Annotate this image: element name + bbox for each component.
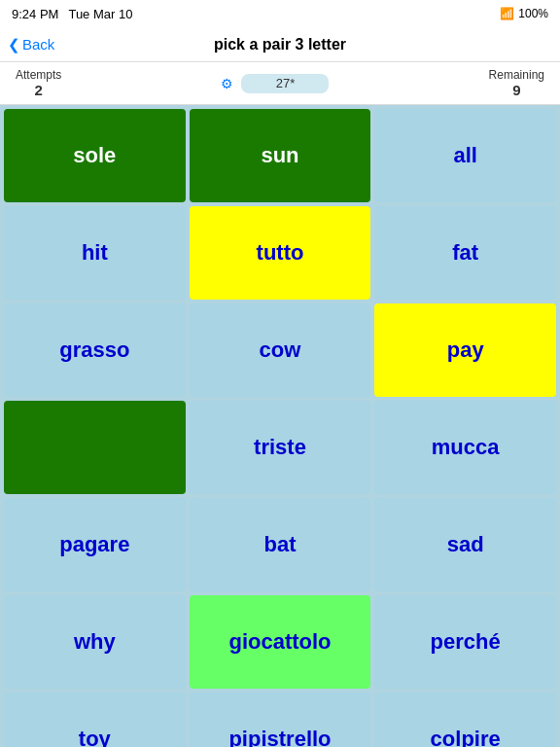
status-bar: 9:24 PM Tue Mar 10 📶 100% [0,0,560,27]
grid-cell-20[interactable]: colpire [374,693,556,747]
time: 9:24 PM [12,7,58,21]
status-bar-left: 9:24 PM Tue Mar 10 [12,7,132,21]
remaining-label: Remaining [489,68,544,82]
remaining-value: 9 [512,82,520,98]
status-bar-right: 📶 100% [500,7,548,20]
grid-cell-3[interactable]: hit [4,206,186,300]
grid-cell-13[interactable]: bat [190,498,371,591]
nav-bar: ❮ Back pick a pair 3 letter [0,27,560,62]
grid-cell-19[interactable]: pipistrello [190,693,371,747]
back-button[interactable]: ❮ Back [8,36,54,53]
grid-cell-16[interactable]: giocattolo [190,595,371,689]
progress-value: 27* [276,76,296,90]
grid-cell-1[interactable]: sun [190,109,371,202]
stats-center: ⚙ 27* [221,74,329,93]
progress-bar: 27* [241,74,329,93]
grid-cell-8[interactable]: pay [374,303,556,397]
attempts-section: Attempts 2 [16,68,61,98]
battery: 100% [518,7,548,20]
grid-cell-18[interactable]: toy [4,693,186,747]
grid-cell-14[interactable]: sad [374,498,556,591]
grid-cell-6[interactable]: grasso [4,303,186,397]
grid-cell-0[interactable]: sole [4,109,186,202]
attempts-value: 2 [35,82,43,98]
nav-bar-title: pick a pair 3 letter [214,36,346,53]
grid-cell-17[interactable]: perché [374,595,556,689]
grid-cell-9[interactable] [4,401,186,494]
chevron-left-icon: ❮ [8,36,20,53]
grid-cell-7[interactable]: cow [190,303,371,397]
grid-cell-12[interactable]: pagare [4,498,186,591]
wifi-icon: 📶 [500,7,514,20]
grid-cell-2[interactable]: all [374,109,556,202]
attempts-label: Attempts [16,68,61,82]
word-grid: solesunallhittuttofatgrassocowpaytristem… [0,105,560,747]
remaining-section: Remaining 9 [489,68,544,98]
date: Tue Mar 10 [68,7,132,21]
gear-icon[interactable]: ⚙ [221,76,233,91]
grid-cell-10[interactable]: triste [190,401,371,494]
grid-cell-5[interactable]: fat [374,206,556,300]
stats-bar: Attempts 2 ⚙ 27* Remaining 9 [0,62,560,105]
grid-cell-11[interactable]: mucca [374,401,556,494]
grid-cell-4[interactable]: tutto [190,206,371,300]
back-label: Back [22,36,54,53]
grid-cell-15[interactable]: why [4,595,186,689]
